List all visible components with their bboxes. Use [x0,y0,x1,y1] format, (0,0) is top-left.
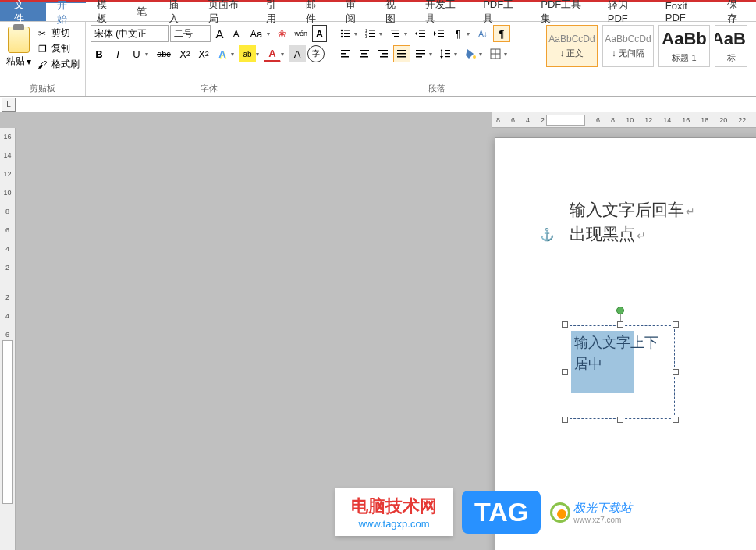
textbox-shape[interactable]: 输入文字上下居中 [566,325,675,419]
chevron-down-icon[interactable]: ▾ [27,56,31,67]
highlight-button[interactable]: ab [239,45,256,62]
superscript-button[interactable]: X2 [195,45,212,62]
grow-font-button[interactable]: A [212,25,227,42]
rotate-handle[interactable] [616,307,624,314]
strike-button[interactable]: abc [153,45,175,62]
align-left-button[interactable] [337,45,354,62]
tab-file[interactable]: 文件 [0,2,46,21]
text-effect-button[interactable]: A [214,45,231,62]
tab-foxit[interactable]: Foxit PDF [655,2,716,21]
chevron-down-icon[interactable]: ▾ [231,51,237,58]
bullets-button[interactable] [337,25,354,42]
show-marks-button[interactable]: ¶ [493,25,510,42]
anchor-icon: ⚓ [539,227,555,242]
char-border-button[interactable]: A [312,25,327,42]
align-distribute-button[interactable] [412,45,429,62]
copy-label: 复制 [51,42,70,55]
watermark-bar: 电脑技术网 www.tagxp.com TAG 极光下载站 www.xz7.co… [335,488,632,536]
style-heading1[interactable]: AaBb 标题 1 [658,25,710,67]
align-distribute-icon [414,48,427,60]
paste-button[interactable]: 粘贴▾ [5,25,33,69]
tab-reference[interactable]: 引用 [255,2,295,21]
increase-indent-button[interactable] [431,25,448,42]
tab-template[interactable]: 模板 [86,2,126,21]
ltr-button[interactable]: ¶ [449,25,467,42]
font-size-input[interactable] [170,25,211,42]
italic-button[interactable]: I [109,45,126,62]
style-nospacing[interactable]: AaBbCcDd ↓ 无间隔 [602,25,654,67]
subscript-button[interactable]: X2 [176,45,193,62]
svg-rect-38 [445,53,450,54]
enclose-char-button[interactable]: 字 [307,45,325,62]
document-text-line2[interactable]: 出现黑点↵ [570,223,646,245]
tab-pdf-tool[interactable]: PDF工具 [472,2,530,21]
tab-page-layout[interactable]: 页面布局 [197,2,255,21]
align-center-button[interactable] [356,45,373,62]
style-normal[interactable]: AaBbCcDd ↓ 正文 [546,25,598,67]
textbox-text[interactable]: 输入文字上下居中 [574,332,660,374]
tab-view[interactable]: 视图 [374,2,414,21]
svg-point-40 [473,55,476,59]
shading-button[interactable] [462,45,479,62]
chevron-down-icon[interactable]: ▾ [281,51,287,58]
underline-button[interactable]: U [128,45,145,62]
chevron-down-icon[interactable]: ▾ [256,51,262,58]
resize-handle-ml[interactable] [562,369,568,375]
tab-insert[interactable]: 插入 [158,2,197,21]
tab-save[interactable]: 保存 [716,2,756,21]
resize-handle-br[interactable] [673,417,679,423]
tab-stop-selector[interactable]: L [2,98,16,112]
tab-mail[interactable]: 邮件 [295,2,335,21]
chevron-down-icon[interactable]: ▾ [454,51,460,58]
tab-devtools[interactable]: 开发工具 [414,2,472,21]
copy-button[interactable]: ❐ 复制 [36,42,80,55]
line-spacing-button[interactable] [437,45,454,62]
numbering-button[interactable]: 123 [362,25,379,42]
chevron-down-icon[interactable]: ▾ [354,30,360,37]
style-name: 标题 1 [672,52,696,64]
chevron-down-icon[interactable]: ▾ [404,30,410,37]
align-justify-button[interactable] [393,45,410,62]
tab-light-pdf[interactable]: 轻闪PDF [597,2,655,21]
resize-handle-tr[interactable] [673,321,679,328]
decrease-indent-button[interactable] [412,25,429,42]
chevron-down-icon[interactable]: ▾ [267,30,273,37]
borders-button[interactable] [487,45,504,62]
font-color-button[interactable]: A [264,45,281,62]
clear-format-button[interactable]: ❀ [275,25,289,42]
bold-button[interactable]: B [91,45,108,62]
style-heading2[interactable]: AaBl 标 [715,25,747,67]
chevron-down-icon[interactable]: ▾ [479,51,485,58]
align-right-button[interactable] [374,45,392,62]
chevron-down-icon[interactable]: ▾ [145,51,151,58]
cut-button[interactable]: ✂ 剪切 [36,27,80,40]
chevron-down-icon[interactable]: ▾ [379,30,385,37]
font-name-input[interactable] [91,25,169,42]
tab-home[interactable]: 开始 [46,2,86,21]
chevron-down-icon[interactable]: ▾ [504,51,510,58]
horizontal-ruler[interactable]: 8642246810121416182022 [492,112,756,128]
pinyin-button[interactable]: wén [292,25,311,42]
svg-rect-3 [344,33,350,34]
shrink-font-button[interactable]: A [229,25,243,42]
document-text-line1[interactable]: 输入文字后回车↵ [570,199,695,221]
svg-rect-18 [438,30,444,31]
char-shading-button[interactable]: A [289,45,306,62]
resize-handle-bm[interactable] [617,417,623,423]
tab-pdf-toolset[interactable]: PDF工具集 [530,2,597,21]
vertical-ruler[interactable]: 16141210864224681012141618 [0,128,16,550]
change-case-button[interactable]: Aa [245,25,267,42]
resize-handle-mr[interactable] [673,369,679,375]
resize-handle-tl[interactable] [562,321,568,328]
tab-pen[interactable]: 笔 [126,2,158,21]
format-painter-button[interactable]: 🖌 格式刷 [36,58,80,71]
multilevel-button[interactable] [387,25,404,42]
tab-review[interactable]: 审阅 [335,2,374,21]
paragraph-mark-icon: ↵ [686,205,695,218]
sort-button[interactable]: A↓ [474,25,492,42]
resize-handle-tm[interactable] [617,321,623,328]
chevron-down-icon[interactable]: ▾ [467,30,473,37]
group-paragraph-label: 段落 [337,81,536,96]
chevron-down-icon[interactable]: ▾ [429,51,435,58]
resize-handle-bl[interactable] [562,417,568,423]
